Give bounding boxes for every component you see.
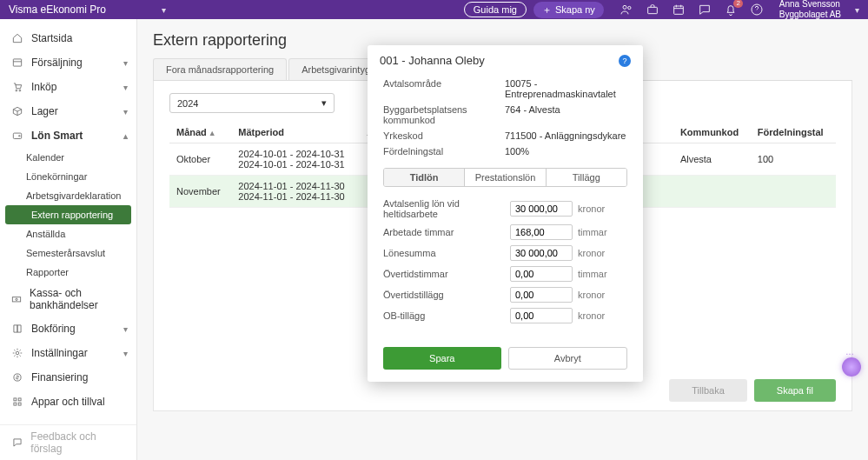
col-month[interactable]: Månad▲ xyxy=(169,122,231,143)
info-value: 764 - Alvesta xyxy=(505,104,627,125)
unit: kronor xyxy=(578,248,605,258)
calendar-icon[interactable] xyxy=(672,3,686,17)
chevron-down-icon: ▾ xyxy=(123,107,128,117)
cell-period: 2024-11-01 - 2024-11-30 2024-11-01 - 202… xyxy=(231,176,360,208)
sidebar-sub-payruns[interactable]: Lönekörningar xyxy=(0,167,136,186)
create-file-button[interactable]: Skapa fil xyxy=(754,379,836,402)
col-period[interactable]: Mätperiod xyxy=(231,122,360,143)
sidebar-sub-extern[interactable]: Extern rapportering xyxy=(5,205,131,224)
chevron-down-icon: ▾ xyxy=(123,349,128,358)
svg-point-9 xyxy=(19,136,21,137)
seg-prestationslon[interactable]: Prestationslön xyxy=(465,169,546,186)
modal-title: 001 - Johanna Oleby xyxy=(380,54,485,67)
sidebar-item-apps[interactable]: Appar och tillval xyxy=(0,390,136,414)
sum-input[interactable] xyxy=(510,245,573,261)
segmented-control: Tidlön Prestationslön Tillägg xyxy=(383,168,627,187)
sidebar-sub-employees[interactable]: Anställda xyxy=(0,224,136,243)
sidebar-item-label: Inköp xyxy=(31,81,56,93)
sidebar-item-label: Bokföring xyxy=(31,323,76,335)
sidebar-item-sales[interactable]: Försäljning▾ xyxy=(0,50,136,75)
ot-hours-input[interactable] xyxy=(510,266,573,282)
col-distribution[interactable]: Fördelningstal xyxy=(751,122,836,143)
back-button[interactable]: Tillbaka xyxy=(669,379,747,402)
sales-icon xyxy=(10,56,24,70)
chevron-down-icon: ▾ xyxy=(321,97,327,109)
feedback-icon xyxy=(10,436,23,450)
unit: kronor xyxy=(578,203,605,214)
assistant-fab[interactable] xyxy=(842,357,861,377)
brand[interactable]: Visma eEkonomi Pro ▾ xyxy=(9,3,166,16)
chat-icon[interactable] xyxy=(698,3,712,17)
plus-icon: ＋ xyxy=(542,3,552,17)
sidebar-item-settings[interactable]: Inställningar▾ xyxy=(0,341,136,365)
ot-add-input[interactable] xyxy=(510,287,573,303)
sidebar-item-financing[interactable]: Finansiering xyxy=(0,365,136,390)
sidebar-item-feedback[interactable]: Feedback och förslag xyxy=(0,424,136,460)
top-icons: 2 xyxy=(620,3,764,17)
sidebar-item-accounting[interactable]: Bokföring▾ xyxy=(0,317,136,341)
employee-modal: 001 - Johanna Oleby ? Avtalsområde10075 … xyxy=(368,45,643,382)
sidebar-sub-year-end[interactable]: Semesterårsavslut xyxy=(0,243,136,263)
users-icon[interactable] xyxy=(620,3,633,17)
chevron-down-icon: ▾ xyxy=(123,58,128,68)
svg-rect-14 xyxy=(14,398,17,401)
sort-asc-icon: ▲ xyxy=(209,129,216,137)
bank-icon xyxy=(10,292,23,306)
book-icon xyxy=(10,322,24,336)
field-label: Övertidstillägg xyxy=(383,290,505,300)
briefcase-icon[interactable] xyxy=(646,3,659,17)
sidebar-item-label: Appar och tillval xyxy=(31,396,105,408)
info-label: Avtalsområde xyxy=(383,78,505,99)
guide-button[interactable]: Guida mig xyxy=(464,2,527,17)
modal-footer: Spara Avbryt xyxy=(368,338,643,382)
sidebar-item-start[interactable]: Startsida xyxy=(0,26,136,50)
help-icon[interactable] xyxy=(750,3,764,17)
ob-input[interactable] xyxy=(510,308,573,323)
help-icon[interactable]: ? xyxy=(619,55,631,67)
sidebar-item-label: Feedback och förslag xyxy=(30,430,126,455)
notification-badge: 2 xyxy=(733,0,742,8)
svg-point-7 xyxy=(19,90,21,91)
create-label: Skapa ny xyxy=(555,4,595,15)
sidebar-item-label: Lager xyxy=(31,105,58,117)
create-button[interactable]: ＋ Skapa ny xyxy=(533,2,604,18)
sidebar-sub-employer-decl[interactable]: Arbetsgivardeklaration xyxy=(0,186,136,205)
cell-distribution: 100 xyxy=(751,143,836,176)
sidebar-item-cash[interactable]: Kassa- och bankhändelser xyxy=(0,282,136,317)
sidebar-sub-calendar[interactable]: Kalender xyxy=(0,148,136,167)
user-name: Anna Svensson xyxy=(779,0,841,10)
svg-rect-10 xyxy=(12,297,20,302)
sidebar-item-stock[interactable]: Lager▾ xyxy=(0,99,136,123)
field-label: Avtalsenlig lön vid heltidsarbete xyxy=(383,198,505,219)
sidebar-sub-reports[interactable]: Rapporter xyxy=(0,263,136,282)
box-icon xyxy=(10,104,24,118)
year-value: 2024 xyxy=(177,98,198,109)
svg-rect-2 xyxy=(647,7,657,13)
cancel-button[interactable]: Avbryt xyxy=(508,347,628,370)
sidebar-item-label: Finansiering xyxy=(31,371,88,383)
fulltime-input[interactable] xyxy=(510,201,573,217)
unit: timmar xyxy=(578,269,607,279)
sidebar-item-label: Kassa- och bankhändelser xyxy=(30,287,126,311)
apps-icon xyxy=(10,395,24,409)
cell-month: Oktober xyxy=(169,143,231,176)
svg-point-12 xyxy=(16,351,19,355)
sidebar-item-purchase[interactable]: Inköp▾ xyxy=(0,75,136,99)
unit: kronor xyxy=(578,290,605,300)
sidebar-item-payroll[interactable]: Lön Smart▴ xyxy=(0,123,136,148)
year-select[interactable]: 2024 ▾ xyxy=(169,93,335,113)
info-label: Fördelningstal xyxy=(383,146,505,157)
chevron-down-icon: ▾ xyxy=(855,5,859,15)
save-button[interactable]: Spara xyxy=(383,347,501,370)
field-label: OB-tillägg xyxy=(383,310,505,321)
tab-fora[interactable]: Fora månadsrapportering xyxy=(153,58,287,80)
bell-icon[interactable]: 2 xyxy=(724,3,738,17)
seg-tillagg[interactable]: Tillägg xyxy=(547,169,626,186)
col-municipality[interactable]: Kommunkod xyxy=(673,122,751,143)
hours-input[interactable] xyxy=(510,224,573,240)
chevron-down-icon: ▾ xyxy=(123,324,128,334)
coin-icon xyxy=(10,370,24,384)
svg-rect-17 xyxy=(18,403,21,405)
user-block[interactable]: Anna Svensson Byggbolaget AB xyxy=(779,0,841,20)
seg-tidlon[interactable]: Tidlön xyxy=(384,169,465,186)
